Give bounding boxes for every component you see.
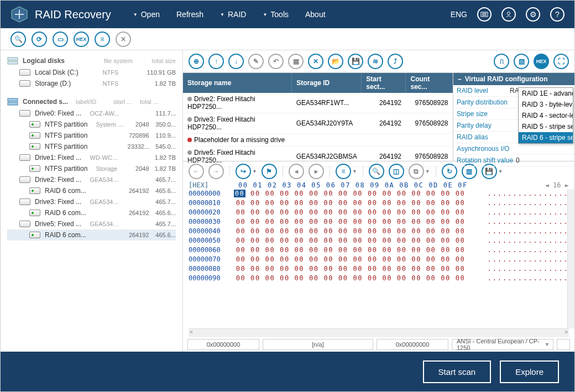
- user-button[interactable]: [501, 7, 516, 22]
- help-button[interactable]: ?: [550, 7, 564, 22]
- rescan-button[interactable]: ⟳: [32, 32, 47, 47]
- svg-point-5: [508, 12, 510, 15]
- encoding-selector[interactable]: ANSI - Central European / CP-1250: [452, 339, 553, 350]
- arrow-down-icon: ↓: [234, 58, 238, 65]
- col-count-sec[interactable]: Count sec...: [406, 73, 453, 93]
- hex-line[interactable]: 0000007000 00 00 00 00 00 00 00 00 00 00…: [189, 255, 569, 264]
- connected-icon: [7, 98, 18, 106]
- split-button[interactable]: ◫: [389, 164, 404, 179]
- raid-level-option[interactable]: RAID 6 - stripe se: [519, 132, 573, 143]
- menu-tools[interactable]: ▼Tools: [263, 10, 289, 19]
- bookmark-button[interactable]: ⚑: [262, 164, 277, 179]
- start-scan-button[interactable]: Start scan: [423, 360, 492, 383]
- hex-view-button[interactable]: HEX: [74, 32, 89, 47]
- partition-item[interactable]: NTFS partitionSystem R...2048350.0...: [7, 119, 176, 130]
- select-button[interactable]: ▦: [288, 54, 304, 69]
- disk-button[interactable]: ▭: [53, 32, 68, 47]
- partition-item[interactable]: NTFS partition720896110.9...: [7, 130, 176, 141]
- menu-refresh[interactable]: Refresh: [176, 10, 203, 19]
- hex-mode-button[interactable]: HEX: [534, 54, 549, 69]
- hex-search-button[interactable]: 🔍: [369, 164, 384, 179]
- chart-button[interactable]: ▧: [514, 54, 529, 69]
- raid-level-option[interactable]: RAID 3 - byte-lev: [519, 99, 573, 110]
- drive-item[interactable]: Drive3: Fixed ...GEA534R...465.7...: [7, 196, 176, 207]
- drive-item[interactable]: Drive5: Fixed ...GEA534R...465.7...: [7, 218, 176, 229]
- add-drive-button[interactable]: ⊕: [189, 54, 204, 69]
- expand-button[interactable]: ⛶: [553, 54, 569, 69]
- drive-item[interactable]: Drive0: Fixed ...OCZ-AW...111.7...: [7, 108, 176, 119]
- activity-button[interactable]: ⎍: [494, 54, 509, 69]
- nav-fwd-button[interactable]: →: [208, 164, 224, 179]
- export-button[interactable]: ⤴: [388, 54, 403, 69]
- raid-level-dropdown[interactable]: RAID 1E - advancRAID 3 - byte-levRAID 4 …: [518, 87, 573, 144]
- status-value: [n/a]: [263, 339, 373, 350]
- menu-raid[interactable]: ▼RAID: [220, 10, 246, 19]
- list-button[interactable]: ≡: [95, 32, 110, 47]
- storage-row[interactable]: Drive2: Fixed Hitachi HDP7250...GEA534RF…: [183, 93, 453, 113]
- undo-button[interactable]: ↶: [268, 54, 284, 69]
- settings-button[interactable]: ⚙: [526, 7, 540, 22]
- status-extra[interactable]: [557, 339, 570, 350]
- hex-line[interactable]: 0000006000 00 00 00 00 00 00 00 00 00 00…: [189, 245, 569, 255]
- hex-line[interactable]: 0000001000 00 00 00 00 00 00 00 00 00 00…: [189, 198, 569, 208]
- nav-back-button[interactable]: ←: [189, 164, 204, 179]
- partition-item[interactable]: RAID 6 com...264192465.6...: [7, 207, 176, 218]
- move-down-button[interactable]: ↓: [228, 54, 244, 69]
- hex-line[interactable]: 0000008000 00 00 00 00 00 00 00 00 00 00…: [189, 264, 569, 274]
- log-button[interactable]: [477, 7, 492, 22]
- col-start-sect[interactable]: Start sect...: [362, 73, 406, 93]
- partition-item[interactable]: NTFS partition23332...545.0...: [7, 141, 176, 152]
- layers-button[interactable]: ≋: [368, 54, 383, 69]
- config-title: Virtual RAID configuration: [465, 75, 548, 83]
- hex-line[interactable]: 0000002000 00 00 00 00 00 00 00 00 00 00…: [189, 208, 569, 217]
- reload-icon: ↻: [447, 168, 452, 175]
- chart-icon: ▧: [519, 58, 525, 65]
- partition-item[interactable]: RAID 6 com...264192465.6...: [7, 229, 176, 241]
- cfg-async[interactable]: Asynchronous I/O: [453, 143, 574, 155]
- close-button[interactable]: ✕: [116, 32, 131, 47]
- connected-storages-header: Connected s... label/ID start ... total …: [7, 96, 176, 108]
- edit-button[interactable]: ✎: [248, 54, 264, 69]
- user-icon: [505, 11, 512, 18]
- raid-level-option[interactable]: RAID 4 - sector-le: [519, 110, 573, 121]
- menu-open[interactable]: ▼Open: [133, 10, 160, 19]
- view-mode-button[interactable]: ≡: [336, 164, 351, 179]
- drive-item[interactable]: Drive2: Fixed ...GEA534R...465.7...: [7, 174, 176, 185]
- hex-horizontal-scrollbar[interactable]: [189, 328, 569, 337]
- open-folder-button[interactable]: 📂: [328, 54, 343, 69]
- raid-level-option[interactable]: RAID 5 - stripe se: [519, 121, 573, 132]
- drive-item[interactable]: Drive1: Fixed ...WD-WCC...1.82 TB: [7, 152, 176, 163]
- storage-row[interactable]: Drive3: Fixed Hitachi HDP7250...GEA534RJ…: [183, 113, 453, 134]
- partition-item[interactable]: RAID 6 com...264192465.6...: [7, 185, 176, 196]
- logical-disk-item[interactable]: Storage (D:)NTFS1.82 TB: [7, 78, 176, 89]
- partition-item[interactable]: NTFS partitionStorage20481.82 TB: [7, 163, 176, 174]
- move-up-button[interactable]: ↑: [208, 54, 224, 69]
- content: Logical disks file system total size Loc…: [1, 50, 574, 352]
- select-icon: ▦: [293, 58, 299, 65]
- remove-button[interactable]: ✕: [308, 54, 323, 69]
- storage-table[interactable]: Storage name Storage ID Start sect... Co…: [183, 72, 453, 161]
- raid-level-option[interactable]: RAID 1E - advanc: [519, 88, 573, 99]
- language-selector[interactable]: ENG: [451, 10, 467, 19]
- hex-line[interactable]: 0000005000 00 00 00 00 00 00 00 00 00 00…: [189, 236, 569, 245]
- explore-button[interactable]: Explore: [500, 360, 559, 383]
- search-button[interactable]: 🔍: [11, 32, 26, 47]
- copy-button[interactable]: ⧉: [409, 164, 424, 179]
- menu-about[interactable]: About: [305, 10, 326, 19]
- hex-body[interactable]: 0000000000 00 00 00 00 00 00 00 00 00 00…: [183, 189, 574, 328]
- hex-line[interactable]: 0000009000 00 00 00 00 00 00 00 00 00 00…: [189, 274, 569, 283]
- save-button[interactable]: 💾: [348, 54, 363, 69]
- cfg-rotation[interactable]: Rotation shift value0: [453, 155, 574, 166]
- storage-row[interactable]: Placeholder for a missing drive: [183, 134, 453, 147]
- col-storage-id[interactable]: Storage ID: [292, 73, 362, 93]
- col-storage-name[interactable]: Storage name: [183, 73, 292, 93]
- hex-line[interactable]: 0000003000 00 00 00 00 00 00 00 00 00 00…: [189, 217, 569, 227]
- main-menu: ▼Open Refresh ▼RAID ▼Tools About: [133, 10, 326, 19]
- hex-line[interactable]: 0000004000 00 00 00 00 00 00 00 00 00 00…: [189, 227, 569, 236]
- svg-rect-7: [8, 61, 18, 64]
- logical-disk-item[interactable]: Local Disk (C:)NTFS110.91 GB: [7, 67, 176, 78]
- tag-prev-button[interactable]: ◂: [289, 164, 304, 179]
- hex-line[interactable]: 0000000000 00 00 00 00 00 00 00 00 00 00…: [189, 189, 569, 198]
- goto-button[interactable]: ↪: [236, 164, 251, 179]
- tag-next-button[interactable]: ▸: [309, 164, 324, 179]
